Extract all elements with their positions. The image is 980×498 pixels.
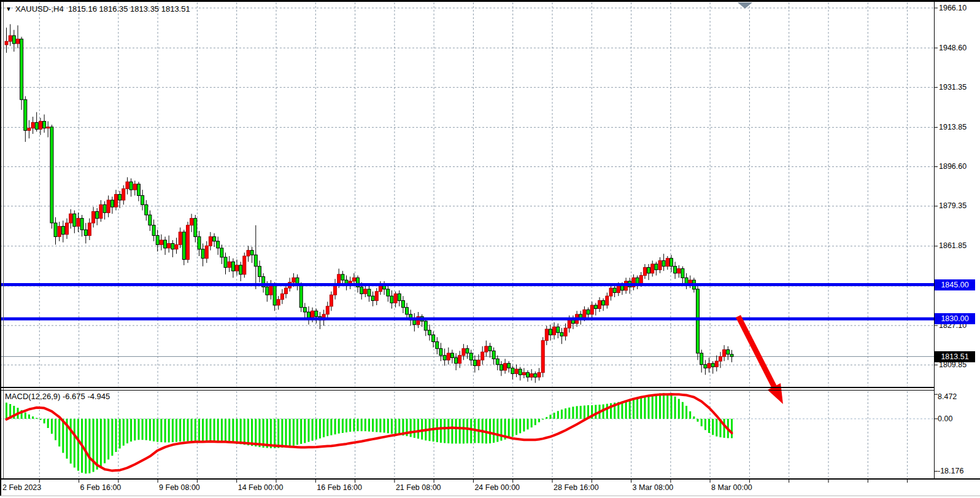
- bear-candle: [455, 358, 458, 364]
- macd-histogram-bar: [470, 419, 472, 443]
- bear-candle: [250, 251, 253, 255]
- bear-candle: [413, 320, 416, 324]
- macd-histogram-bar: [304, 419, 306, 443]
- macd-histogram-bar: [44, 419, 45, 424]
- macd-histogram-bar: [225, 419, 226, 442]
- time-axis-label: 6 Feb 16:00: [80, 483, 122, 492]
- bull-candle: [530, 374, 533, 378]
- bear-candle: [224, 257, 227, 268]
- macd-histogram-bar: [6, 403, 7, 419]
- bear-candle: [171, 244, 174, 249]
- macd-histogram-bar: [451, 419, 453, 443]
- bull-candle: [17, 39, 20, 44]
- time-axis-label: 24 Feb 00:00: [474, 483, 520, 492]
- bear-candle: [492, 351, 495, 359]
- macd-histogram-bar: [183, 419, 185, 442]
- bull-candle: [541, 341, 544, 373]
- bull-candle: [175, 244, 178, 249]
- chart-shift-marker-icon[interactable]: [738, 2, 752, 9]
- price-axis[interactable]: 1966.101948.601931.351913.851896.601879.…: [935, 0, 980, 479]
- bull-candle: [58, 227, 61, 237]
- macd-histogram-bar: [285, 419, 287, 447]
- trend-arrow-shaft[interactable]: [738, 316, 776, 389]
- macd-histogram-bar: [644, 397, 646, 419]
- bull-candle: [243, 256, 246, 274]
- macd-histogram-bar: [496, 419, 498, 442]
- bull-candle: [107, 200, 110, 213]
- macd-histogram-bar: [584, 405, 585, 419]
- macd-histogram-bar: [247, 419, 249, 445]
- macd-histogram-bar: [334, 419, 336, 434]
- bear-candle: [560, 333, 563, 337]
- bull-candle: [285, 288, 288, 294]
- macd-histogram-bar: [368, 419, 370, 432]
- bear-candle: [73, 214, 76, 227]
- bear-candle: [579, 314, 582, 318]
- macd-histogram-bar: [88, 419, 90, 473]
- macd-histogram-bar: [708, 419, 710, 433]
- macd-histogram-bar: [179, 419, 181, 442]
- macd-histogram-bar: [633, 400, 635, 419]
- macd-histogram-bar: [36, 418, 37, 419]
- macd-histogram-bar: [493, 419, 495, 443]
- price-axis-label: 1931.35: [939, 83, 966, 91]
- bull-candle: [69, 214, 72, 223]
- bull-candle: [553, 327, 556, 335]
- bull-candle: [269, 285, 272, 295]
- bull-candle: [99, 204, 102, 218]
- macd-histogram-bar: [621, 402, 623, 419]
- macd-histogram-bar: [107, 419, 109, 459]
- macd-histogram-bar: [315, 419, 317, 440]
- bull-candle: [590, 305, 593, 314]
- macd-histogram-bar: [523, 419, 525, 432]
- macd-histogram-bar: [263, 419, 264, 448]
- bear-candle: [145, 204, 148, 215]
- bull-candle: [515, 369, 518, 373]
- macd-histogram-bar: [319, 419, 321, 438]
- bull-candle: [375, 292, 378, 301]
- bull-candle: [133, 184, 136, 190]
- bull-candle: [311, 311, 314, 317]
- macd-histogram-bar: [70, 419, 72, 464]
- macd-histogram-bar: [693, 416, 695, 419]
- macd-histogram-bar: [648, 396, 650, 419]
- bear-candle: [662, 260, 665, 266]
- window-top-border: [0, 0, 980, 2]
- macd-panel-top-border[interactable]: [0, 390, 935, 391]
- bull-candle: [31, 122, 34, 128]
- bull-candle: [481, 352, 484, 360]
- bull-candle: [115, 195, 118, 208]
- bull-candle: [504, 364, 507, 370]
- macd-histogram-bar: [629, 400, 631, 419]
- time-axis-label: 2 Feb 2023: [2, 483, 41, 492]
- macd-histogram-bar: [308, 419, 310, 442]
- price-axis-label: 1913.85: [939, 123, 966, 131]
- bear-candle: [730, 354, 733, 357]
- time-axis[interactable]: 2 Feb 20236 Feb 16:009 Feb 08:0014 Feb 0…: [0, 480, 980, 496]
- macd-histogram-bar: [519, 419, 521, 434]
- macd-histogram-bar: [655, 394, 657, 419]
- bear-candle: [398, 294, 401, 300]
- chart-canvas[interactable]: [0, 0, 980, 498]
- bull-candle: [651, 264, 654, 273]
- macd-histogram-bar: [221, 419, 223, 442]
- time-axis-label: 9 Feb 08:00: [159, 483, 200, 492]
- macd-histogram-bar: [463, 419, 465, 443]
- macd-histogram-bar: [168, 419, 170, 443]
- bull-candle: [485, 346, 488, 352]
- macd-histogram-bar: [130, 419, 132, 442]
- time-axis-label: 8 Mar 00:00: [711, 483, 752, 492]
- collapse-chart-icon[interactable]: ▼: [6, 6, 12, 12]
- macd-histogram-bar: [202, 419, 204, 443]
- bear-candle: [61, 227, 64, 235]
- macd-histogram-bar: [576, 406, 578, 419]
- price-axis-label: 1966.10: [939, 4, 966, 12]
- bull-candle: [564, 328, 567, 336]
- bear-candle: [700, 353, 703, 365]
- bear-candle: [428, 330, 431, 335]
- bear-candle: [527, 373, 530, 377]
- bear-candle: [670, 259, 673, 267]
- macd-histogram-bar: [414, 419, 415, 438]
- macd-histogram-bar: [93, 419, 95, 472]
- bull-candle: [187, 225, 190, 260]
